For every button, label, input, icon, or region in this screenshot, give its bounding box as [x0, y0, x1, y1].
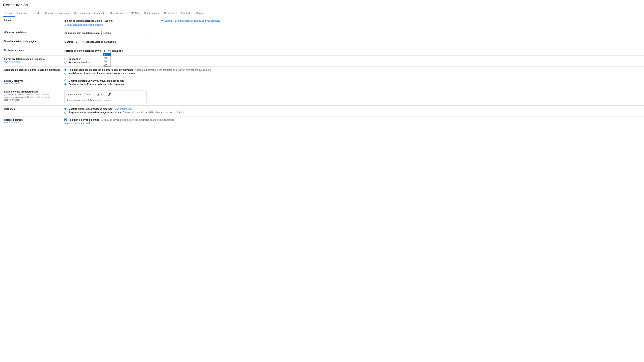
hover-radio-enable[interactable] — [64, 68, 67, 71]
tab-filtros[interactable]: Filtros y direcciones bloqueadas — [71, 10, 108, 16]
undo-option-10[interactable]: 10 — [103, 56, 110, 60]
section-telefono: Números de teléfono: Código de país pred… — [3, 29, 644, 38]
undo-option-30[interactable]: 30 — [103, 63, 110, 66]
tab-cuentas[interactable]: Cuentas e importación — [43, 10, 71, 16]
send-archive-option1-label: Mostrar el botón Enviar y archivar en la… — [68, 79, 124, 82]
section-dynamic: Correo dinámico: Más información Habilit… — [3, 116, 644, 127]
dynamic-checkbox-desc: - Mostrar el contenido de los correos di… — [99, 118, 174, 121]
font-family-label: Sans Serif — [68, 93, 79, 96]
text-style-label: Estilo de texto predeterminado: — [4, 90, 39, 93]
hover-radio-disable[interactable] — [64, 72, 67, 75]
tab-etiquetas[interactable]: Etiquetas — [15, 10, 29, 16]
text-style-preview: Así se verá el texto del cuerpo del mens… — [67, 99, 144, 102]
section-hover: Acciones de colocar el cursor sobre un e… — [3, 66, 644, 77]
undo-send-select[interactable]: 5 — [103, 49, 111, 53]
undo-send-label: Deshacer el envío: — [4, 49, 64, 51]
send-archive-radio-show[interactable] — [64, 79, 67, 82]
dynamic-more-info-link[interactable]: Más información — [4, 121, 21, 124]
section-idioma: Idioma: Idioma de visualización de Gmail… — [3, 17, 644, 29]
images-option2-desc: - Esta opción también inhabilita el corr… — [121, 111, 187, 114]
telefono-select[interactable]: España — [102, 31, 152, 35]
idioma-label: Idioma: — [4, 19, 64, 21]
font-family-button[interactable]: Sans Serif — [67, 92, 82, 96]
section-send-archive: Enviar y archivar Más información Mostra… — [3, 77, 644, 88]
tab-avanzadas[interactable]: Avanzadas — [179, 10, 194, 16]
text-color-button[interactable] — [96, 92, 103, 97]
hover-label: Acciones de colocar el cursor sobre un e… — [4, 68, 60, 71]
reply-more-info-link[interactable]: Más información — [4, 60, 21, 63]
hover-option1-desc: - Accede rápidamente a los controles de … — [133, 68, 211, 71]
page-size-prefix: Mostrar — [64, 40, 73, 43]
send-archive-more-info-link[interactable]: Más información — [4, 82, 21, 85]
chevron-down-icon — [80, 94, 81, 95]
undo-option-5[interactable]: 5 — [103, 53, 110, 56]
section-text-style: Estilo de texto predeterminado: (Usa el … — [3, 88, 644, 106]
chevron-down-icon — [89, 94, 90, 95]
undo-send-dropdown: 5 10 20 30 — [103, 53, 111, 66]
chevron-down-icon — [100, 94, 102, 95]
idioma-display-label: Idioma de visualización de Gmail: — [64, 19, 102, 22]
tab-chat-meet[interactable]: Chat y Meet — [162, 10, 178, 16]
images-label: Imágenes: — [4, 108, 64, 110]
section-images: Imágenes: Mostrar siempre las imágenes e… — [3, 106, 644, 116]
reply-label: Forma predeterminada de respuesta: — [4, 58, 46, 60]
undo-send-suffix: segundos — [112, 49, 123, 52]
images-option2-label: Preguntar antes de mostrar imágenes exte… — [68, 111, 121, 114]
telefono-code-label: Código de país predeterminado: — [64, 32, 100, 34]
page-size-suffix: conversaciones por página — [85, 40, 116, 43]
tab-reenvio[interactable]: Reenvío y correo POP/IMAP — [108, 10, 142, 16]
hover-option1-label: Habilitar acciones de colocar el cursor … — [68, 68, 133, 71]
send-archive-label: Enviar y archivar — [4, 79, 23, 82]
images-option1-link[interactable]: Más información — [114, 108, 132, 110]
text-style-toolbar: Sans Serif — [67, 92, 144, 97]
font-size-button[interactable] — [84, 92, 92, 97]
tab-general[interactable]: General — [3, 10, 15, 16]
send-archive-option2-label: Ocultar el botón Enviar y archivar en la… — [68, 83, 124, 85]
text-color-icon — [97, 93, 100, 96]
undo-option-20[interactable]: 20 — [103, 60, 110, 63]
text-style-box: Sans Serif — [64, 90, 146, 103]
page-size-select[interactable]: 50 — [74, 40, 84, 44]
toolbar-divider — [105, 92, 105, 96]
section-undo-send: Deshacer el envío: Periodo de cancelació… — [3, 47, 644, 56]
images-radio-ask[interactable] — [64, 111, 67, 114]
page-size-label: Tamaño máximo de la página: — [4, 40, 64, 42]
text-style-sublabel: (Usa el botón "Eliminar formato" de la b… — [4, 93, 50, 101]
dynamic-dev-link[interactable]: Ajustes para desarrolladores — [64, 122, 94, 124]
dynamic-checkbox[interactable] — [64, 118, 67, 121]
reply-radio-responder[interactable] — [64, 58, 67, 60]
undo-send-period-label: Periodo de cancelación de envío: — [64, 49, 102, 52]
idioma-show-all-link[interactable]: Mostrar todas las opciones de idioma — [64, 23, 103, 26]
reply-option1-label: Responder — [68, 58, 81, 60]
text-size-icon — [85, 93, 88, 96]
images-radio-always[interactable] — [64, 108, 67, 110]
hover-option2-label: Inhabilitar acciones de colocar el curso… — [68, 72, 135, 75]
send-archive-radio-hide[interactable] — [64, 83, 67, 85]
remove-formatting-button[interactable] — [107, 92, 112, 97]
tab-recibidos[interactable]: Recibidos — [29, 10, 43, 16]
settings-tabs: General Etiquetas Recibidos Cuentas e im… — [3, 10, 644, 17]
images-option1-label: Mostrar siempre las imágenes externas — [68, 108, 112, 110]
page-title: Configuración — [3, 3, 644, 7]
reply-option2-label: Responder a todos — [68, 61, 90, 64]
tab-sin-conexion[interactable]: Sin co — [194, 10, 205, 16]
telefono-label: Números de teléfono: — [4, 31, 64, 34]
dynamic-checkbox-label: Habilitar el correo dinámico — [68, 118, 99, 121]
section-reply: Forma predeterminada de respuesta: Más i… — [3, 56, 644, 66]
idioma-select[interactable]: Español — [103, 19, 163, 23]
tab-complementos[interactable]: Complementos — [142, 10, 162, 16]
section-page-size: Tamaño máximo de la página: Mostrar 50 c… — [3, 38, 644, 47]
reply-radio-responder-todos[interactable] — [64, 61, 67, 64]
toolbar-divider — [94, 92, 94, 96]
svg-rect-0 — [97, 95, 100, 96]
remove-format-icon — [108, 93, 111, 96]
idioma-change-link[interactable]: Cambiar la configuración de idioma de ot… — [164, 19, 220, 22]
dynamic-label: Correo dinámico: — [4, 118, 24, 121]
